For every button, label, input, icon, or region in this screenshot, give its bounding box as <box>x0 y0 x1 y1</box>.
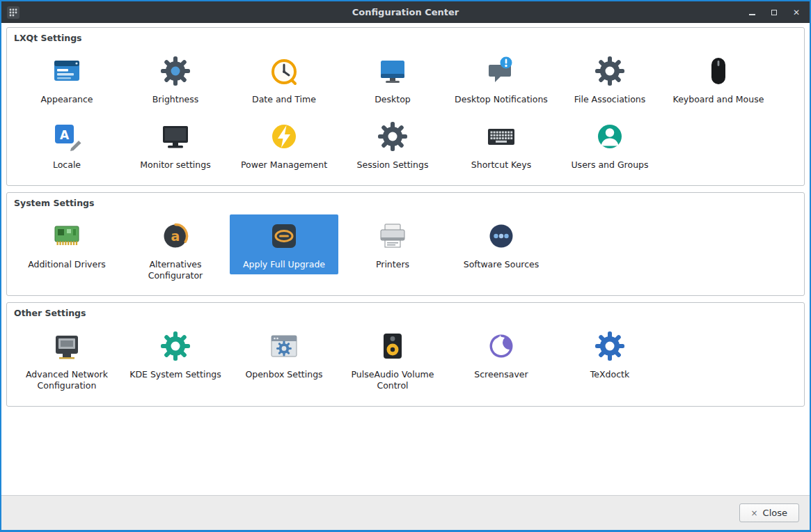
settings-item-desktop-notifications[interactable]: Desktop Notifications <box>447 49 556 109</box>
settings-item-texdoctk[interactable]: TeXdoctk <box>556 324 664 384</box>
settings-item-openbox-settings[interactable]: Openbox Settings <box>230 324 338 384</box>
item-label: KDE System Settings <box>129 369 221 380</box>
item-label: Screensaver <box>474 369 528 380</box>
advanced-network-icon <box>50 329 84 363</box>
items-grid: Additional DriversaAlternatives Configur… <box>13 214 798 292</box>
group-title: System Settings <box>14 198 798 208</box>
printers-icon <box>376 219 409 253</box>
settings-item-shortcut-keys[interactable]: Shortcut Keys <box>447 115 556 175</box>
window-controls: ✕ <box>747 8 804 17</box>
maximize-icon <box>771 10 777 15</box>
settings-item-monitor-settings[interactable]: Monitor settings <box>121 115 230 175</box>
date-time-icon <box>267 54 301 88</box>
settings-item-date-and-time[interactable]: Date and Time <box>230 49 338 109</box>
item-label: Date and Time <box>252 94 316 105</box>
item-label: Printers <box>376 259 409 270</box>
kde-system-settings-icon <box>159 329 192 363</box>
power-management-icon <box>267 120 301 153</box>
group-title: Other Settings <box>14 308 798 318</box>
software-sources-icon <box>485 219 518 253</box>
svg-text:A: A <box>60 128 70 142</box>
shortcut-keys-icon <box>485 120 518 153</box>
item-label: File Associations <box>574 94 646 105</box>
minimize-icon <box>749 14 755 15</box>
settings-group-system-settings: System SettingsAdditional DriversaAltern… <box>6 192 805 297</box>
settings-item-alternatives-configurator[interactable]: aAlternatives Configurator <box>121 214 230 286</box>
items-grid: Advanced Network ConfigurationKDE System… <box>13 324 798 402</box>
settings-item-desktop[interactable]: Desktop <box>338 49 447 109</box>
file-associations-icon <box>593 54 627 88</box>
item-label: Additional Drivers <box>28 259 106 270</box>
maximize-button[interactable] <box>769 8 779 17</box>
item-label: Alternatives Configurator <box>124 259 227 282</box>
settings-item-session-settings[interactable]: Session Settings <box>338 115 447 175</box>
group-title: LXQt Settings <box>14 33 798 43</box>
brightness-icon <box>159 54 192 88</box>
openbox-settings-icon <box>267 329 301 363</box>
item-label: Session Settings <box>357 159 429 171</box>
apply-full-upgrade-icon <box>267 219 301 253</box>
app-icon <box>7 6 19 19</box>
settings-item-screensaver[interactable]: Screensaver <box>447 324 556 384</box>
settings-item-locale[interactable]: ALocale <box>13 115 121 175</box>
settings-item-appearance[interactable]: Appearance <box>13 49 121 109</box>
item-label: Locale <box>53 159 81 171</box>
titlebar[interactable]: Configuration Center ✕ <box>1 1 810 23</box>
session-settings-icon <box>376 120 409 153</box>
close-window-icon: ✕ <box>793 8 800 17</box>
settings-item-users-and-groups[interactable]: Users and Groups <box>556 115 664 175</box>
content-area: LXQt SettingsAppearanceBrightnessDate an… <box>1 23 810 495</box>
screensaver-icon <box>485 329 518 363</box>
settings-item-advanced-network-configuration[interactable]: Advanced Network Configuration <box>13 324 121 396</box>
item-label: Desktop Notifications <box>455 94 548 105</box>
settings-item-kde-system-settings[interactable]: KDE System Settings <box>121 324 230 384</box>
item-label: Keyboard and Mouse <box>673 94 764 105</box>
close-button-label: Close <box>763 508 787 518</box>
texdoctk-icon <box>593 329 627 363</box>
item-label: Shortcut Keys <box>471 159 531 171</box>
monitor-settings-icon <box>159 120 192 153</box>
keyboard-mouse-icon <box>702 54 735 88</box>
items-grid: AppearanceBrightnessDate and TimeDesktop… <box>13 49 798 181</box>
close-button[interactable]: × Close <box>739 503 799 522</box>
item-label: Appearance <box>40 94 93 105</box>
settings-item-pulseaudio-volume-control[interactable]: PulseAudio Volume Control <box>338 324 447 396</box>
settings-item-brightness[interactable]: Brightness <box>121 49 230 109</box>
settings-item-additional-drivers[interactable]: Additional Drivers <box>13 214 121 274</box>
item-label: Users and Groups <box>571 159 648 171</box>
settings-item-power-management[interactable]: Power Management <box>230 115 338 175</box>
item-label: Apply Full Upgrade <box>243 259 325 270</box>
item-label: Desktop <box>375 94 411 105</box>
footer-bar: × Close <box>1 495 810 530</box>
configuration-center-window: Configuration Center ✕ LXQt SettingsAppe… <box>0 0 811 532</box>
additional-drivers-icon <box>50 219 84 253</box>
users-groups-icon <box>593 120 627 153</box>
settings-item-file-associations[interactable]: File Associations <box>556 49 664 109</box>
desktop-icon <box>376 54 409 88</box>
item-label: Monitor settings <box>140 159 210 171</box>
item-label: TeXdoctk <box>590 369 629 380</box>
settings-group-lxqt-settings: LXQt SettingsAppearanceBrightnessDate an… <box>6 27 805 186</box>
item-label: Advanced Network Configuration <box>15 369 118 392</box>
settings-item-apply-full-upgrade[interactable]: Apply Full Upgrade <box>230 214 338 274</box>
desktop-notifications-icon <box>485 54 518 88</box>
item-label: Brightness <box>152 94 199 105</box>
locale-icon: A <box>50 120 84 153</box>
appearance-icon <box>50 54 84 88</box>
settings-item-software-sources[interactable]: Software Sources <box>447 214 556 274</box>
minimize-button[interactable] <box>747 8 757 17</box>
item-label: PulseAudio Volume Control <box>341 369 444 392</box>
close-x-icon: × <box>751 509 758 517</box>
item-label: Software Sources <box>464 259 540 270</box>
item-label: Openbox Settings <box>245 369 322 380</box>
close-window-button[interactable]: ✕ <box>792 8 801 17</box>
pulseaudio-icon <box>376 329 409 363</box>
alternatives-configurator-icon: a <box>159 219 192 253</box>
window-title: Configuration Center <box>1 7 810 17</box>
settings-group-other-settings: Other SettingsAdvanced Network Configura… <box>6 302 805 407</box>
item-label: Power Management <box>241 159 327 171</box>
svg-text:a: a <box>171 228 180 244</box>
settings-item-keyboard-and-mouse[interactable]: Keyboard and Mouse <box>664 49 773 109</box>
settings-item-printers[interactable]: Printers <box>338 214 447 274</box>
